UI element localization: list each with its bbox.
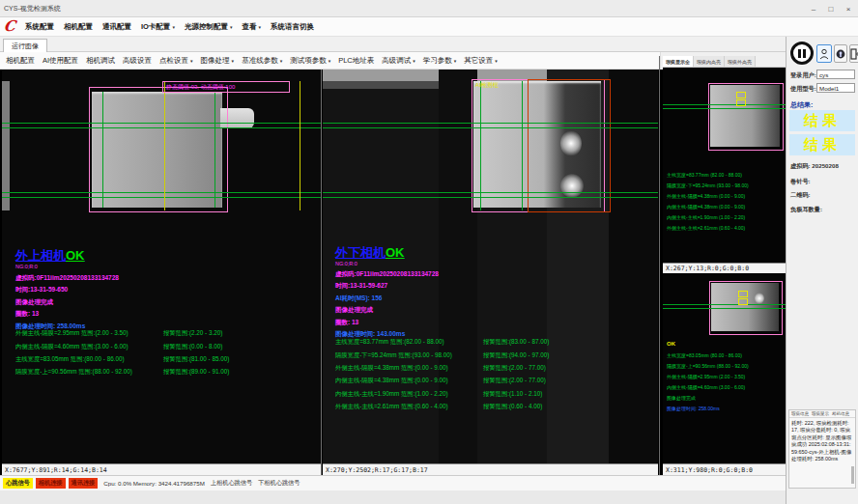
measurement-row: 内侧主线-隔膜=4.38mm 范围:(0.00 - 9.00) 报警范围:(2.…: [335, 375, 654, 387]
status-badge: 心跳信号: [3, 478, 33, 489]
measure-line: [2, 123, 321, 124]
left-coords-readout: X:7677;Y:891;R:14;G:14;B:14: [2, 463, 321, 475]
defect-tab[interactable]: 瑕疵外高亮: [725, 56, 756, 67]
mini-line: 外侧主线-主线=2.61mm (0.60 - 4.00): [667, 223, 749, 234]
result-ok-label: OK: [66, 248, 85, 263]
maximize-button[interactable]: □: [823, 2, 839, 15]
mini-line: 图像处理完成: [667, 393, 749, 404]
chevron-down-icon: ▾: [280, 58, 283, 64]
measure-line: [2, 192, 321, 193]
camera-result-title: 外上相机OK: [15, 249, 85, 262]
pause-button[interactable]: [790, 42, 814, 65]
toolbar-item[interactable]: 其它设置 ▾: [464, 56, 498, 66]
measure-line: [323, 192, 658, 193]
mini-line: 内侧主线-隔膜=4.38mm (0.00 - 9.00): [667, 202, 749, 212]
mini-line: 隔膜宽度-下=95.24mm (93.00 - 98.00): [667, 181, 749, 191]
measure-line: [323, 123, 658, 124]
tab-run-image[interactable]: 运行图像: [3, 39, 47, 53]
measure-line: [2, 197, 321, 198]
defect-marker: [736, 99, 746, 106]
measure-line: [663, 308, 786, 309]
measurement-row: 主线宽度=83.77mm 范围:(82.00 - 88.00) 报警范围:(83…: [335, 336, 654, 349]
chevron-down-icon: ▾: [232, 58, 235, 64]
chevron-down-icon: ▾: [495, 58, 498, 64]
view-divider: [659, 56, 660, 475]
chevron-down-icon: ▾: [329, 58, 331, 64]
status-badges: 心跳信号相机连接通讯连接: [3, 478, 98, 489]
toolbar-item[interactable]: AI使用配置: [43, 56, 78, 66]
toolbar-item[interactable]: 高级调试 ▾: [382, 56, 415, 66]
camera-info-lines: 虚拟码:0F11iim20250208133134728时间:13-31-59-…: [15, 272, 119, 332]
info-line: 圈数: 13: [15, 308, 119, 320]
log-tab[interactable]: 瑕疵显示: [812, 411, 829, 416]
defect-tab[interactable]: 瑕疵内高亮: [694, 56, 725, 67]
measure-line: [522, 81, 523, 210]
toolbar-item[interactable]: 点检设置 ▾: [159, 56, 193, 66]
status-bar: 心跳信号相机连接通讯连接 Cpu: 0.0% Memory: 3424.4179…: [0, 475, 786, 490]
log-tab[interactable]: 相机信息: [832, 411, 849, 416]
exit-button[interactable]: [849, 44, 858, 63]
toolbar-item[interactable]: PLC地址表: [338, 56, 374, 66]
chevron-down-icon: ▾: [413, 58, 415, 64]
result-box-upper: 结果: [789, 110, 855, 131]
toolbar-item[interactable]: 学习参数 ▾: [423, 56, 457, 66]
menu-bar: C 系统配置 相机配置 通讯配置 IO卡配置 ▾ 光源控制配置 ▾ 查看 ▾ 系…: [0, 17, 858, 37]
mini-result-lines: 主线宽度=83.05mm (80.00 - 86.00)隔膜宽度-上=90.56…: [667, 350, 749, 414]
user-login-button[interactable]: [816, 44, 832, 63]
chevron-down-icon: ▾: [172, 24, 175, 30]
detection-box-pink: [89, 87, 228, 212]
mini-line: 主线宽度=83.77mm (82.00 - 88.00): [667, 170, 749, 181]
log-scrollbar[interactable]: [851, 466, 854, 484]
info-line: AI耗时(MS): 156: [335, 293, 439, 304]
application-window: CYS-视觉检测系统 – □ × C 系统配置 相机配置 通讯配置 IO卡配置 …: [0, 0, 858, 504]
reel-no-label: 卷针号:: [790, 178, 811, 186]
info-line: 时间:13-31-59-627: [335, 280, 439, 292]
menu-item[interactable]: 系统语言切换: [271, 22, 314, 32]
title-bar: CYS-视觉检测系统 – □ ×: [0, 0, 858, 17]
ng-counter-label: NG:0;R:0: [335, 262, 358, 267]
menu-item[interactable]: 通讯配置: [102, 22, 131, 32]
defect-tab[interactable]: 瑕疵显示全: [663, 56, 694, 67]
camera-info-lines: 虚拟码:0F11iim20250208133134728时间:13-31-59-…: [335, 268, 439, 340]
measurement-row: 内侧主线-主线=1.90mm 范围:(1.00 - 2.20) 报警范围:(1.…: [335, 388, 654, 401]
login-user-label: 登录用户:: [790, 71, 816, 80]
close-button[interactable]: ×: [841, 2, 856, 15]
toolbar-item[interactable]: 基准线参数 ▾: [242, 56, 282, 66]
measurement-results: 外侧主线-隔膜=2.95mm 范围:(2.00 - 3.50) 报警范围:(2.…: [15, 327, 317, 379]
mini-bottom-canvas[interactable]: OK 主线宽度=83.05mm (80.00 - 86.00)隔膜宽度-上=90…: [663, 275, 786, 463]
lock-button[interactable]: [834, 44, 847, 63]
ng-counter-label: NG:0;R:0: [15, 265, 38, 270]
total-result-label: 总结果:: [790, 100, 813, 110]
toolbar-item[interactable]: 高级设置: [123, 56, 152, 66]
log-tab[interactable]: 瑕疵信息: [791, 411, 809, 416]
mini-line: 主线宽度=83.05mm (80.00 - 86.00): [667, 350, 749, 361]
mini-top-canvas[interactable]: 主线宽度=83.77mm (82.00 - 88.00)隔膜宽度-下=95.24…: [663, 68, 786, 263]
toolbar-item[interactable]: 相机调试: [86, 56, 115, 66]
menu-item[interactable]: 相机配置: [64, 22, 93, 32]
toolbar-item[interactable]: 相机配置: [6, 56, 35, 66]
status-bar-filler: [0, 490, 786, 504]
measure-line: [323, 197, 658, 198]
menu-item[interactable]: 查看 ▾: [242, 22, 261, 32]
menu-item[interactable]: 光源控制配置 ▾: [185, 22, 233, 32]
measure-line: [214, 92, 215, 208]
mini-ok-label: OK: [667, 341, 675, 347]
right-camera-canvas[interactable]: AI检测框 外下相机OK NG:0;R:0 虚拟码:0F11iim2025020…: [323, 70, 658, 463]
login-user-field[interactable]: cys: [816, 70, 855, 79]
menu-item[interactable]: IO卡配置 ▾: [141, 22, 175, 32]
reference-line-yellow: [164, 81, 165, 210]
minimize-button[interactable]: –: [806, 2, 821, 15]
measurement-row: 隔膜宽度-下=95.24mm 范围:(93.00 - 98.00) 报警范围:(…: [335, 349, 654, 361]
left-camera-canvas[interactable]: 静态阈值:93, 动态阈值:100 外上相机OK NG:0;R:0 虚拟码:0F…: [2, 70, 321, 463]
toolbar-item[interactable]: 图像处理 ▾: [201, 56, 235, 66]
model-field[interactable]: Model1: [816, 83, 855, 93]
mini-line: 图像处理时间: 258.00ms: [667, 404, 749, 414]
mini-line: 内侧主线-隔膜=4.60mm (3.00 - 6.00): [667, 382, 749, 393]
measurement-row: 外侧主线-隔膜=2.95mm 范围:(2.00 - 3.50) 报警范围:(2.…: [15, 327, 317, 340]
info-line: 图像处理完成: [15, 296, 119, 308]
toolbar-item[interactable]: 测试项参数 ▾: [290, 56, 330, 66]
side-panel: 登录用户: cys 使用型号: Model1 总结果: 结果 结果 虚拟码: 2…: [786, 37, 858, 504]
menu-item[interactable]: 系统配置: [25, 22, 54, 32]
chevron-down-icon: ▾: [190, 58, 193, 64]
qr-code-label: 二维码:: [790, 191, 811, 200]
